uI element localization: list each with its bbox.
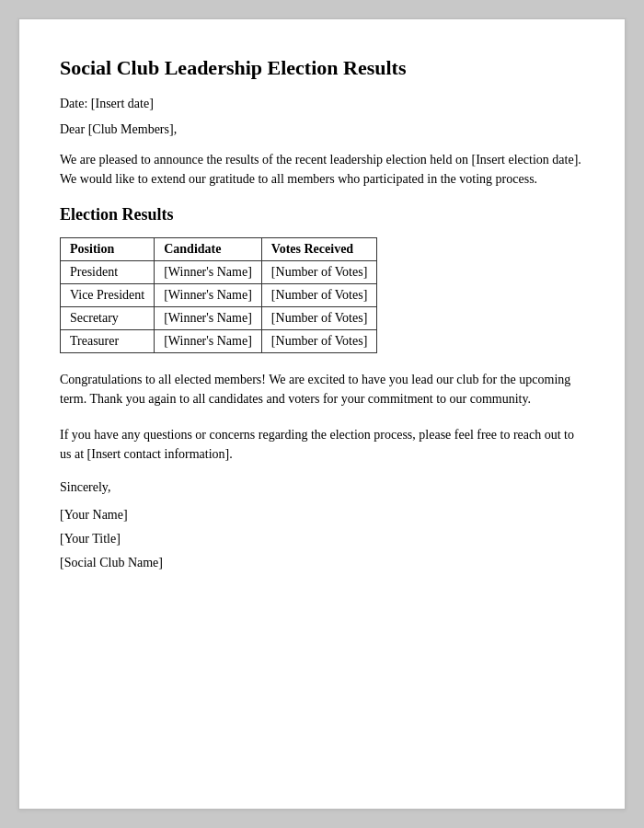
table-cell: [Number of Votes] xyxy=(261,330,376,353)
closing: Sincerely, xyxy=(60,480,584,495)
table-cell: [Winner's Name] xyxy=(155,330,262,353)
table-cell: [Winner's Name] xyxy=(155,284,262,307)
your-name: [Your Name] xyxy=(60,508,584,523)
club-name: [Social Club Name] xyxy=(60,556,584,570)
congrats-paragraph: Congratulations to all elected members! … xyxy=(60,370,584,408)
table-cell: Vice President xyxy=(61,284,155,307)
contact-paragraph: If you have any questions or concerns re… xyxy=(60,425,584,464)
intro-paragraph: We are pleased to announce the results o… xyxy=(60,150,584,189)
table-cell: Treasurer xyxy=(61,330,155,353)
table-cell: [Number of Votes] xyxy=(261,261,376,284)
salutation: Dear [Club Members], xyxy=(60,122,584,137)
table-cell: [Number of Votes] xyxy=(261,307,376,330)
election-results-table: Position Candidate Votes Received Presid… xyxy=(60,237,377,353)
table-row: Treasurer[Winner's Name][Number of Votes… xyxy=(61,330,377,353)
date-line: Date: [Insert date] xyxy=(60,97,584,111)
table-cell: President xyxy=(61,261,155,284)
document-title: Social Club Leadership Election Results xyxy=(60,56,584,80)
table-cell: Secretary xyxy=(61,307,155,330)
col-header-candidate: Candidate xyxy=(155,238,262,261)
table-cell: [Winner's Name] xyxy=(155,261,262,284)
document-page: Social Club Leadership Election Results … xyxy=(18,18,626,810)
signature-block: [Your Name] [Your Title] [Social Club Na… xyxy=(60,508,584,570)
table-cell: [Number of Votes] xyxy=(261,284,376,307)
table-row: Vice President[Winner's Name][Number of … xyxy=(61,284,377,307)
col-header-position: Position xyxy=(61,238,155,261)
section-heading: Election Results xyxy=(60,205,584,224)
table-row: President[Winner's Name][Number of Votes… xyxy=(61,261,377,284)
table-header-row: Position Candidate Votes Received xyxy=(61,238,377,261)
your-title: [Your Title] xyxy=(60,532,584,546)
col-header-votes: Votes Received xyxy=(261,238,376,261)
table-row: Secretary[Winner's Name][Number of Votes… xyxy=(61,307,377,330)
table-cell: [Winner's Name] xyxy=(155,307,262,330)
